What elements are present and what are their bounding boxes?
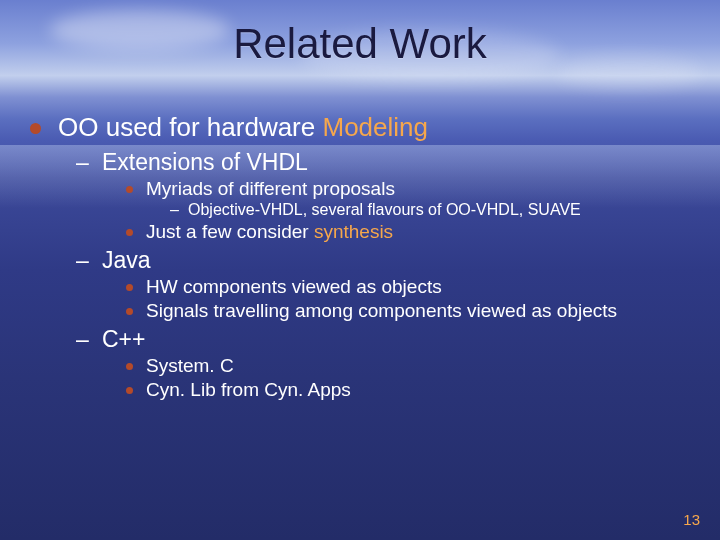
lvl3-item: Myriads of different proposals Objective… xyxy=(124,178,692,219)
lvl3-text: Myriads of different proposals xyxy=(146,178,395,199)
lvl2-heading: Java xyxy=(102,247,151,273)
lvl2-item-java: Java HW components viewed as objects Sig… xyxy=(76,247,692,322)
bullet-list-lvl3: HW components viewed as objects Signals … xyxy=(102,276,692,322)
slide: Related Work OO used for hardware Modeli… xyxy=(0,0,720,540)
lvl4-item: Objective-VHDL, several flavours of OO-V… xyxy=(170,201,692,219)
lvl1-item: OO used for hardware Modeling Extensions… xyxy=(28,112,692,401)
bullet-list-lvl3: System. C Cyn. Lib from Cyn. Apps xyxy=(102,355,692,401)
bullet-list-lvl3: Myriads of different proposals Objective… xyxy=(102,178,692,243)
lvl3-item: Signals travelling among components view… xyxy=(124,300,692,322)
page-number: 13 xyxy=(683,511,700,528)
lvl3-item: System. C xyxy=(124,355,692,377)
lvl3-item: Cyn. Lib from Cyn. Apps xyxy=(124,379,692,401)
lvl3-item: Just a few consider synthesis xyxy=(124,221,692,243)
lvl2-heading: C++ xyxy=(102,326,145,352)
lvl2-item-cpp: C++ System. C Cyn. Lib from Cyn. Apps xyxy=(76,326,692,401)
lvl1-accent: Modeling xyxy=(322,112,428,142)
lvl1-text: OO used for hardware xyxy=(58,112,322,142)
slide-title: Related Work xyxy=(28,20,692,68)
lvl3-item: HW components viewed as objects xyxy=(124,276,692,298)
lvl3-accent: synthesis xyxy=(314,221,393,242)
bullet-list-lvl1: OO used for hardware Modeling Extensions… xyxy=(28,112,692,401)
bullet-list-lvl4: Objective-VHDL, several flavours of OO-V… xyxy=(146,201,692,219)
lvl2-heading: Extensions of VHDL xyxy=(102,149,308,175)
lvl3-text: Just a few consider xyxy=(146,221,314,242)
lvl2-item-vhdl: Extensions of VHDL Myriads of different … xyxy=(76,149,692,243)
bullet-list-lvl2: Extensions of VHDL Myriads of different … xyxy=(58,149,692,401)
